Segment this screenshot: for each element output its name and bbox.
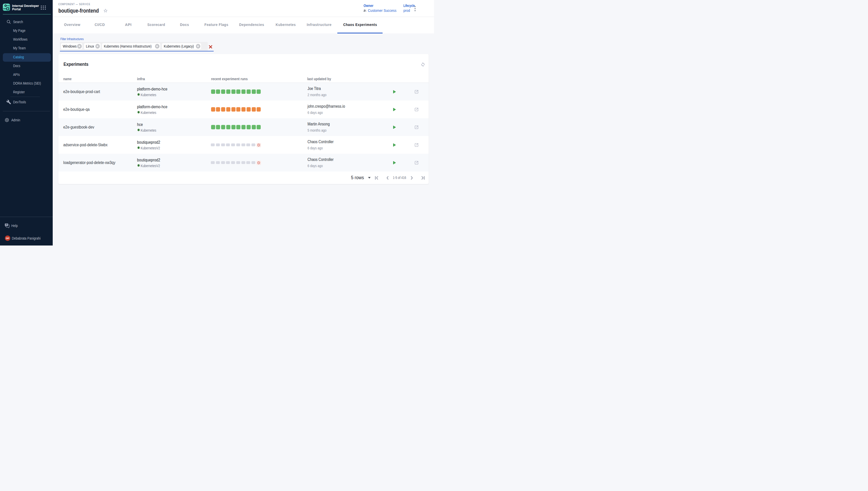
- svg-text:?: ?: [6, 223, 7, 226]
